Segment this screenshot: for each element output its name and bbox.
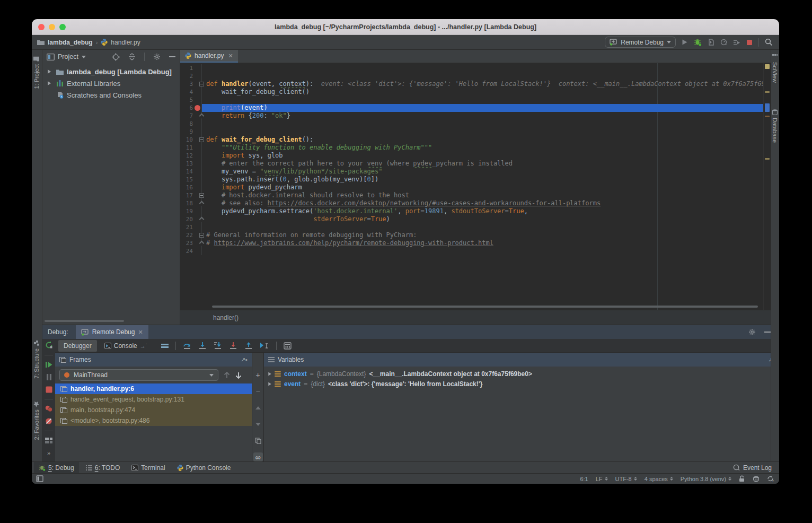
tool-window-button-terminal[interactable]: Terminal (127, 462, 170, 474)
variable-row[interactable]: context={LambdaContext}<__main__.LambdaC… (264, 369, 779, 379)
code-line-17[interactable]: 17 # host.docker.internal should resolve… (180, 191, 763, 199)
code-line-16[interactable]: 16 import pydevd_pycharm (180, 184, 763, 191)
gutter[interactable] (193, 128, 201, 136)
resume-button[interactable] (43, 358, 55, 371)
tool-stripe-favorites[interactable]: 2: Favorites (33, 401, 40, 440)
debugger-tab-debugger[interactable]: Debugger (58, 340, 97, 352)
locate-file-icon[interactable] (112, 53, 120, 61)
code-line-23[interactable]: 23# https://www.jetbrains.com/help/pycha… (180, 239, 763, 247)
code-line-4[interactable]: 4 wait_for_debug_client() (180, 88, 763, 96)
editor-tab-handler[interactable]: handler.py ✕ (180, 50, 238, 63)
previous-frame-button[interactable] (224, 372, 230, 379)
expand-arrow-icon[interactable] (268, 382, 271, 386)
breadcrumb-file[interactable]: handler.py (111, 39, 140, 46)
code-line-1[interactable]: 1 (180, 64, 763, 72)
expand-arrow-icon[interactable] (46, 81, 53, 85)
profiler-button[interactable] (720, 39, 727, 46)
gutter[interactable] (193, 160, 201, 168)
tool-stripe-structure[interactable]: 7: Structure (33, 341, 40, 379)
debugger-tab-console[interactable]: Console→˙ (99, 340, 153, 352)
collapse-all-icon[interactable] (128, 53, 136, 60)
code-line-22[interactable]: 22# General information on remote debugg… (180, 231, 763, 239)
code-line-15[interactable]: 15 sys.path.insert(0, glob.glob(my_venv)… (180, 176, 763, 184)
code-line-14[interactable]: 14 my_venv = "venv/lib/python*/site-pack… (180, 168, 763, 176)
pin-icon[interactable]: ↗▪ (241, 356, 248, 363)
gutter[interactable] (193, 184, 201, 191)
stop-button[interactable] (746, 39, 753, 46)
code-line-2[interactable]: 2 (180, 72, 763, 80)
project-panel-title[interactable]: Project (58, 53, 78, 60)
tool-stripe-project[interactable]: 1: Project (33, 56, 40, 89)
step-into-my-code-icon[interactable] (229, 342, 237, 350)
breadcrumb-project[interactable]: lambda_debug (48, 39, 93, 46)
more-actions-button[interactable]: » (43, 447, 55, 459)
breakpoint-gutter[interactable] (193, 104, 201, 112)
code-line-8[interactable]: 8 (180, 120, 763, 128)
hide-panel-icon[interactable] (169, 56, 175, 58)
status-item-6-1[interactable]: 6:1 (580, 476, 588, 482)
status-item-utf-8[interactable]: UTF-8 (615, 476, 637, 482)
gutter[interactable] (193, 96, 201, 104)
project-tree-item[interactable]: lambda_debug [Lambda Debug] (42, 66, 180, 77)
code-line-7[interactable]: 7 return {200: "ok"} (180, 112, 763, 120)
gutter[interactable] (193, 223, 201, 231)
gutter[interactable] (193, 120, 201, 128)
show-return-values-button[interactable]: ∞ (253, 452, 263, 461)
gutter[interactable] (193, 176, 201, 184)
gutter[interactable] (193, 64, 201, 72)
run-configuration-select[interactable]: Remote Debug (605, 37, 676, 48)
rerun-button[interactable] (43, 339, 55, 352)
tool-window-button-todo[interactable]: 6: TODO (81, 462, 125, 474)
debug-button[interactable] (694, 39, 702, 46)
coverage-button[interactable] (708, 39, 714, 46)
evaluate-expression-icon[interactable] (284, 342, 292, 350)
step-over-icon[interactable] (183, 342, 191, 350)
breakpoint-icon[interactable] (195, 105, 200, 111)
tool-window-button-python-console[interactable]: Python Console (172, 462, 236, 474)
stop-button[interactable] (43, 383, 55, 396)
code-line-12[interactable]: 12 import sys, glob (180, 152, 763, 160)
code-line-19[interactable]: 19 pydevd_pycharm.settrace('host.docker.… (180, 207, 763, 215)
expand-arrow-icon[interactable] (46, 69, 53, 74)
close-session-icon[interactable]: ✕ (138, 329, 143, 336)
code-line-21[interactable]: 21 (180, 223, 763, 231)
thread-select[interactable]: MainThread (59, 369, 218, 381)
code-line-9[interactable]: 9 (180, 128, 763, 136)
mute-breakpoints-button[interactable] (43, 415, 55, 428)
frame-row[interactable]: handler, handler.py:6 (55, 383, 252, 394)
code-line-10[interactable]: 10def wait_for_debug_client(): (180, 136, 763, 144)
code-line-11[interactable]: 11 """Utility function to enable debuggi… (180, 144, 763, 152)
code-line-18[interactable]: 18 # see also: https://docs.docker.com/d… (180, 199, 763, 207)
frame-row[interactable]: main, bootstrap.py:474 (55, 405, 252, 415)
status-item-python-3-8-venv-[interactable]: Python 3.8 (venv) (681, 476, 731, 482)
gutter[interactable] (193, 72, 201, 80)
chevron-down-icon[interactable] (82, 56, 86, 58)
expand-arrow-icon[interactable] (268, 372, 271, 376)
gutter[interactable] (193, 168, 201, 176)
code-line-3[interactable]: 3def handler(event, context): event: <cl… (180, 80, 763, 88)
code-line-6[interactable]: 6 print(event) (180, 104, 763, 112)
frame-row[interactable]: <module>, bootstrap.py:486 (55, 415, 252, 426)
code-line-24[interactable]: 24 (180, 247, 763, 255)
duplicate-watch-button[interactable] (253, 436, 263, 445)
tool-window-toggle-icon[interactable] (36, 475, 43, 482)
event-log-button[interactable]: Event Log (733, 464, 772, 472)
run-with-coverage-button[interactable] (733, 39, 740, 46)
next-frame-button[interactable] (235, 372, 242, 379)
gear-icon[interactable] (153, 53, 161, 60)
project-horizontal-scrollbar[interactable] (45, 320, 124, 322)
gutter[interactable] (193, 88, 201, 96)
editor-horizontal-scrollbar[interactable] (212, 306, 758, 308)
restore-layout-button[interactable] (43, 434, 55, 447)
project-tree-item[interactable]: External Libraries (42, 77, 180, 89)
step-into-icon[interactable] (198, 342, 207, 350)
close-tab-icon[interactable]: ✕ (228, 53, 233, 59)
tool-stripe-sciview[interactable]: SciView (772, 54, 778, 83)
add-watch-button[interactable]: + (253, 371, 263, 380)
tool-window-button-debug[interactable]: 5: Debug (34, 462, 79, 474)
editor-body[interactable]: 123def handler(event, context): event: <… (180, 63, 771, 310)
code-line-5[interactable]: 5 (180, 96, 763, 104)
move-down-button[interactable] (253, 420, 263, 429)
status-item-lf[interactable]: LF (596, 476, 608, 482)
scope-breadcrumb[interactable]: handler() (213, 314, 239, 321)
